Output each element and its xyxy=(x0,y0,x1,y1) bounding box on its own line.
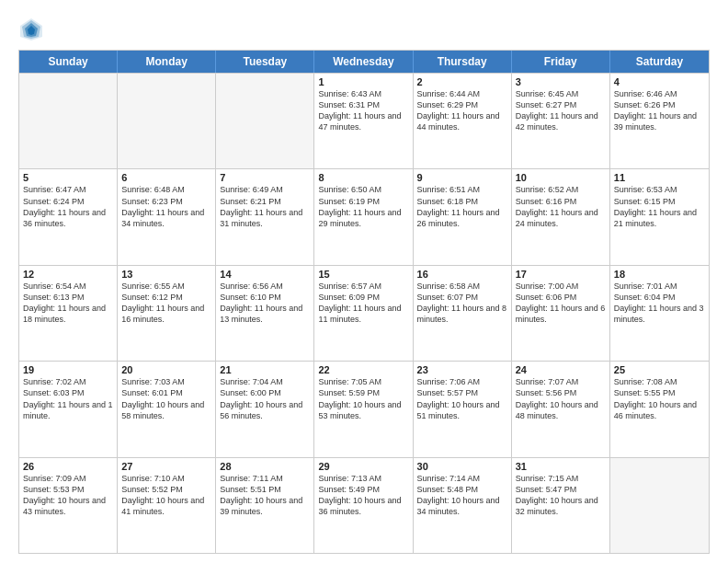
day-info: Sunrise: 6:44 AM Sunset: 6:29 PM Dayligh… xyxy=(417,88,507,133)
calendar-body: 1Sunrise: 6:43 AM Sunset: 6:31 PM Daylig… xyxy=(19,73,709,553)
day-number: 18 xyxy=(614,269,705,280)
cal-row: 5Sunrise: 6:47 AM Sunset: 6:24 PM Daylig… xyxy=(19,168,709,264)
day-info: Sunrise: 7:07 AM Sunset: 5:56 PM Dayligh… xyxy=(516,376,606,421)
day-info: Sunrise: 7:00 AM Sunset: 6:06 PM Dayligh… xyxy=(516,281,606,326)
cal-cell-20: 20Sunrise: 7:03 AM Sunset: 6:01 PM Dayli… xyxy=(118,362,216,456)
day-number: 2 xyxy=(417,76,507,87)
calendar: SundayMondayTuesdayWednesdayThursdayFrid… xyxy=(18,50,710,554)
cal-cell-25: 25Sunrise: 7:08 AM Sunset: 5:55 PM Dayli… xyxy=(610,362,709,456)
cal-cell-9: 9Sunrise: 6:51 AM Sunset: 6:18 PM Daylig… xyxy=(414,169,512,264)
day-number: 14 xyxy=(220,269,310,280)
day-number: 6 xyxy=(121,172,211,183)
day-number: 13 xyxy=(121,269,211,280)
cal-cell-17: 17Sunrise: 7:00 AM Sunset: 6:06 PM Dayli… xyxy=(512,266,610,361)
day-info: Sunrise: 6:54 AM Sunset: 6:13 PM Dayligh… xyxy=(23,281,113,326)
day-info: Sunrise: 7:04 AM Sunset: 6:00 PM Dayligh… xyxy=(220,376,310,421)
day-info: Sunrise: 6:47 AM Sunset: 6:24 PM Dayligh… xyxy=(23,184,113,229)
header-cell-sunday: Sunday xyxy=(19,51,118,73)
cal-cell-21: 21Sunrise: 7:04 AM Sunset: 6:00 PM Dayli… xyxy=(216,362,314,456)
day-number: 22 xyxy=(318,364,408,375)
page: SundayMondayTuesdayWednesdayThursdayFrid… xyxy=(0,0,728,563)
day-number: 19 xyxy=(23,364,113,375)
day-info: Sunrise: 6:45 AM Sunset: 6:27 PM Dayligh… xyxy=(516,88,606,133)
logo xyxy=(18,17,48,42)
day-number: 11 xyxy=(614,172,705,183)
day-info: Sunrise: 7:06 AM Sunset: 5:57 PM Dayligh… xyxy=(417,376,507,421)
day-info: Sunrise: 7:01 AM Sunset: 6:04 PM Dayligh… xyxy=(614,281,705,326)
cal-cell-11: 11Sunrise: 6:53 AM Sunset: 6:15 PM Dayli… xyxy=(610,169,709,264)
cal-cell-18: 18Sunrise: 7:01 AM Sunset: 6:04 PM Dayli… xyxy=(610,266,709,361)
cal-cell-15: 15Sunrise: 6:57 AM Sunset: 6:09 PM Dayli… xyxy=(314,266,413,361)
cal-cell-16: 16Sunrise: 6:58 AM Sunset: 6:07 PM Dayli… xyxy=(414,266,512,361)
cal-row: 26Sunrise: 7:09 AM Sunset: 5:53 PM Dayli… xyxy=(19,457,709,553)
cal-cell-22: 22Sunrise: 7:05 AM Sunset: 5:59 PM Dayli… xyxy=(314,362,413,456)
day-number: 31 xyxy=(516,461,606,472)
day-info: Sunrise: 6:57 AM Sunset: 6:09 PM Dayligh… xyxy=(318,281,408,326)
cal-cell-5: 5Sunrise: 6:47 AM Sunset: 6:24 PM Daylig… xyxy=(19,169,118,264)
cal-row: 1Sunrise: 6:43 AM Sunset: 6:31 PM Daylig… xyxy=(19,73,709,168)
day-number: 30 xyxy=(417,461,507,472)
day-info: Sunrise: 7:11 AM Sunset: 5:51 PM Dayligh… xyxy=(220,473,310,518)
day-info: Sunrise: 6:58 AM Sunset: 6:07 PM Dayligh… xyxy=(417,281,507,326)
day-info: Sunrise: 6:46 AM Sunset: 6:26 PM Dayligh… xyxy=(614,88,705,133)
day-number: 4 xyxy=(614,76,705,87)
day-number: 20 xyxy=(121,364,211,375)
day-number: 17 xyxy=(516,269,606,280)
cal-cell-19: 19Sunrise: 7:02 AM Sunset: 6:03 PM Dayli… xyxy=(19,362,118,456)
cal-cell-3: 3Sunrise: 6:45 AM Sunset: 6:27 PM Daylig… xyxy=(512,74,610,168)
day-info: Sunrise: 7:02 AM Sunset: 6:03 PM Dayligh… xyxy=(23,376,113,421)
day-number: 26 xyxy=(23,461,113,472)
day-info: Sunrise: 6:51 AM Sunset: 6:18 PM Dayligh… xyxy=(417,184,507,229)
header-cell-saturday: Saturday xyxy=(610,51,709,73)
day-number: 21 xyxy=(220,364,310,375)
day-number: 10 xyxy=(516,172,606,183)
day-number: 28 xyxy=(220,461,310,472)
day-info: Sunrise: 6:56 AM Sunset: 6:10 PM Dayligh… xyxy=(220,281,310,326)
day-number: 23 xyxy=(417,364,507,375)
header-cell-wednesday: Wednesday xyxy=(314,51,413,73)
day-number: 16 xyxy=(417,269,507,280)
day-info: Sunrise: 6:55 AM Sunset: 6:12 PM Dayligh… xyxy=(121,281,211,326)
day-info: Sunrise: 7:09 AM Sunset: 5:53 PM Dayligh… xyxy=(23,473,113,518)
day-number: 1 xyxy=(318,76,408,87)
cal-cell-6: 6Sunrise: 6:48 AM Sunset: 6:23 PM Daylig… xyxy=(118,169,216,264)
logo-icon xyxy=(18,17,44,42)
cal-cell-12: 12Sunrise: 6:54 AM Sunset: 6:13 PM Dayli… xyxy=(19,266,118,361)
day-number: 8 xyxy=(318,172,408,183)
day-info: Sunrise: 7:05 AM Sunset: 5:59 PM Dayligh… xyxy=(318,376,408,421)
cal-cell-empty xyxy=(19,74,118,168)
day-info: Sunrise: 7:10 AM Sunset: 5:52 PM Dayligh… xyxy=(121,473,211,518)
cal-cell-4: 4Sunrise: 6:46 AM Sunset: 6:26 PM Daylig… xyxy=(610,74,709,168)
cal-cell-30: 30Sunrise: 7:14 AM Sunset: 5:48 PM Dayli… xyxy=(414,458,512,553)
cal-cell-29: 29Sunrise: 7:13 AM Sunset: 5:49 PM Dayli… xyxy=(314,458,413,553)
day-info: Sunrise: 6:52 AM Sunset: 6:16 PM Dayligh… xyxy=(516,184,606,229)
cal-cell-28: 28Sunrise: 7:11 AM Sunset: 5:51 PM Dayli… xyxy=(216,458,314,553)
day-info: Sunrise: 6:48 AM Sunset: 6:23 PM Dayligh… xyxy=(121,184,211,229)
cal-cell-empty xyxy=(118,74,216,168)
day-number: 25 xyxy=(614,364,705,375)
header-cell-monday: Monday xyxy=(118,51,216,73)
day-number: 9 xyxy=(417,172,507,183)
header-cell-friday: Friday xyxy=(512,51,610,73)
day-info: Sunrise: 6:50 AM Sunset: 6:19 PM Dayligh… xyxy=(318,184,408,229)
cal-cell-14: 14Sunrise: 6:56 AM Sunset: 6:10 PM Dayli… xyxy=(216,266,314,361)
day-info: Sunrise: 6:49 AM Sunset: 6:21 PM Dayligh… xyxy=(220,184,310,229)
header-cell-thursday: Thursday xyxy=(414,51,512,73)
day-info: Sunrise: 7:08 AM Sunset: 5:55 PM Dayligh… xyxy=(614,376,705,421)
day-number: 27 xyxy=(121,461,211,472)
header xyxy=(18,17,710,42)
cal-cell-31: 31Sunrise: 7:15 AM Sunset: 5:47 PM Dayli… xyxy=(512,458,610,553)
cal-cell-23: 23Sunrise: 7:06 AM Sunset: 5:57 PM Dayli… xyxy=(414,362,512,456)
day-number: 7 xyxy=(220,172,310,183)
header-cell-tuesday: Tuesday xyxy=(216,51,314,73)
cal-cell-26: 26Sunrise: 7:09 AM Sunset: 5:53 PM Dayli… xyxy=(19,458,118,553)
day-info: Sunrise: 6:43 AM Sunset: 6:31 PM Dayligh… xyxy=(318,88,408,133)
cal-cell-24: 24Sunrise: 7:07 AM Sunset: 5:56 PM Dayli… xyxy=(512,362,610,456)
day-number: 24 xyxy=(516,364,606,375)
cal-cell-1: 1Sunrise: 6:43 AM Sunset: 6:31 PM Daylig… xyxy=(314,74,413,168)
day-number: 29 xyxy=(318,461,408,472)
day-number: 3 xyxy=(516,76,606,87)
cal-row: 12Sunrise: 6:54 AM Sunset: 6:13 PM Dayli… xyxy=(19,265,709,361)
day-info: Sunrise: 7:15 AM Sunset: 5:47 PM Dayligh… xyxy=(516,473,606,518)
cal-cell-empty xyxy=(216,74,314,168)
